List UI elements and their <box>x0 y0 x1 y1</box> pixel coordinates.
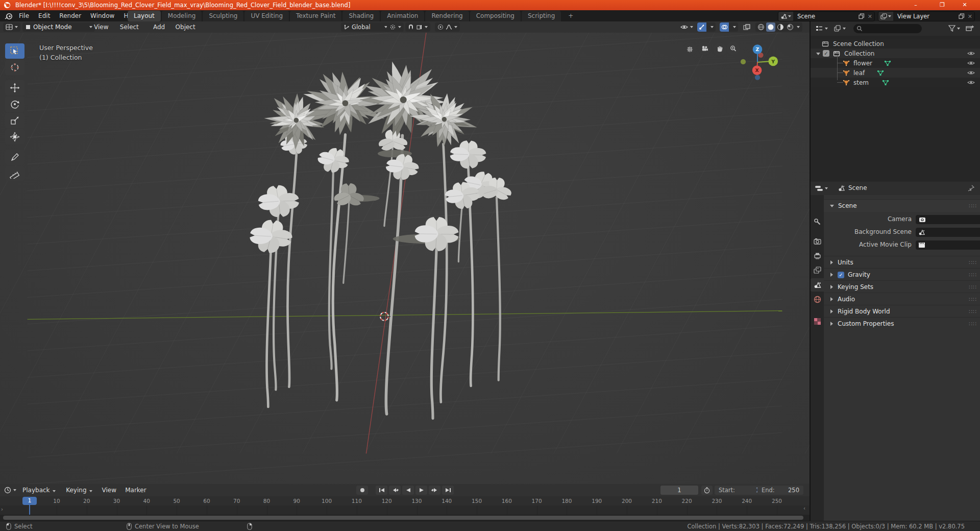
scrollbar-handle[interactable] <box>3 516 803 520</box>
gizmo-icon[interactable] <box>697 22 706 32</box>
properties-tab-output[interactable] <box>811 249 824 262</box>
property-field[interactable] <box>916 240 980 250</box>
tool-select-box[interactable] <box>5 43 24 59</box>
outliner-row-scene-collection[interactable]: Scene Collection <box>811 39 980 49</box>
properties-tab-texture[interactable] <box>811 315 824 328</box>
collapse-arrow-icon[interactable] <box>830 205 834 207</box>
panel-gravity[interactable]: ✓Gravity∷∷ <box>824 268 980 281</box>
xray-toggle-icon[interactable] <box>743 24 750 30</box>
outliner-search[interactable] <box>853 24 922 33</box>
drag-dots-icon[interactable]: ∷∷ <box>969 203 977 209</box>
auto-keyframe-toggle[interactable] <box>701 486 713 495</box>
shading-rendered-icon[interactable] <box>786 22 795 32</box>
chevron-down-icon[interactable] <box>825 187 828 189</box>
expand-arrow-icon[interactable] <box>830 273 833 277</box>
minimize-button[interactable]: – <box>904 0 927 10</box>
tool-scale[interactable] <box>5 113 24 128</box>
tool-move[interactable] <box>5 80 24 95</box>
display-filter-icon[interactable] <box>834 25 841 32</box>
menu-file[interactable]: File <box>14 10 34 21</box>
expand-arrow-icon[interactable] <box>830 260 833 264</box>
panel-keying-sets[interactable]: Keying Sets∷∷ <box>824 280 980 293</box>
play-button[interactable] <box>415 486 427 495</box>
timeline-editor-icon[interactable] <box>4 487 12 494</box>
shading-material-icon[interactable] <box>776 22 785 32</box>
tab-uv-editing[interactable]: UV Editing <box>244 11 289 21</box>
property-field[interactable] <box>916 228 980 237</box>
proportional-edit-group[interactable] <box>435 22 460 32</box>
properties-tab-scene[interactable] <box>811 278 824 292</box>
restore-button[interactable]: ❐ <box>931 0 953 10</box>
drag-dots-icon[interactable]: ∷∷ <box>969 259 977 266</box>
tab-layout[interactable]: Layout <box>128 11 161 21</box>
drag-dots-icon[interactable]: ∷∷ <box>969 308 977 315</box>
viewport-menu-select[interactable]: Select <box>120 21 139 33</box>
panel-custom-properties[interactable]: Custom Properties∷∷ <box>824 317 980 330</box>
viewport-canvas[interactable]: ZYX <box>0 33 810 484</box>
snapping-group[interactable] <box>405 22 430 32</box>
menu-window[interactable]: Window <box>86 10 119 21</box>
pan-hand-button[interactable] <box>713 43 726 56</box>
properties-editor-icon[interactable] <box>815 185 824 192</box>
expand-left-icon[interactable]: › <box>1 506 3 512</box>
remove-view-layer-icon[interactable]: ✕ <box>968 13 972 20</box>
visibility-toggles[interactable] <box>678 22 696 32</box>
close-button[interactable]: ✕ <box>953 0 976 10</box>
panel-audio[interactable]: Audio∷∷ <box>824 293 980 305</box>
drag-dots-icon[interactable]: ∷∷ <box>969 284 977 291</box>
eye-icon[interactable] <box>967 51 975 56</box>
axis-gizmo[interactable]: ZYX <box>741 44 778 80</box>
tab-scripting[interactable]: Scripting <box>522 11 561 21</box>
playhead[interactable]: 1 <box>22 497 37 505</box>
tool-measure[interactable] <box>5 166 24 181</box>
unlink-scene-icon[interactable]: ✕ <box>868 13 872 20</box>
chevron-down-icon[interactable] <box>797 26 800 28</box>
tab-compositing[interactable]: Compositing <box>470 11 521 21</box>
menu-render[interactable]: Render <box>55 10 86 21</box>
tool-rotate[interactable] <box>5 96 24 112</box>
frame-end-field[interactable]: End: 250 <box>757 486 803 495</box>
timeline-scrollbar[interactable] <box>0 515 810 521</box>
viewport-menu-object[interactable]: Object <box>176 21 195 33</box>
scene-name-field[interactable]: Scene <box>793 12 856 21</box>
play-reverse-button[interactable] <box>402 486 414 495</box>
add-workspace-button[interactable]: + <box>562 11 579 21</box>
tab-sculpting[interactable]: Sculpting <box>203 11 243 21</box>
overlays-toggle[interactable] <box>720 22 738 32</box>
editor-type-button[interactable] <box>3 22 20 32</box>
record-button[interactable] <box>356 486 368 495</box>
timeline-menu-marker[interactable]: Marker <box>125 485 146 496</box>
panel-units[interactable]: Units∷∷ <box>824 256 980 269</box>
expand-arrow-icon[interactable] <box>830 285 833 289</box>
tab-rendering[interactable]: Rendering <box>425 11 469 21</box>
drag-dots-icon[interactable]: ∷∷ <box>969 321 977 327</box>
outliner-row-flower[interactable]: flower <box>811 58 980 68</box>
duplicate-scene-icon[interactable] <box>859 13 865 19</box>
drag-dots-icon[interactable]: ∷∷ <box>969 272 977 278</box>
panel-scene[interactable]: Scene∷∷ <box>824 199 980 212</box>
overlays-icon[interactable] <box>720 22 729 32</box>
timeline-menu-view[interactable]: View <box>102 485 116 496</box>
viewport-3d[interactable]: Object Mode ViewSelectAddObject Global <box>0 21 810 484</box>
expand-arrow-icon[interactable] <box>830 309 833 313</box>
timeline-ruler[interactable]: 1102030405060708090100110120130140150160… <box>0 496 810 505</box>
jump-to-end-button[interactable] <box>442 486 454 495</box>
collapse-right-icon[interactable]: ‹ <box>803 505 805 511</box>
view-layer-name-field[interactable]: View Layer <box>893 12 957 21</box>
next-keyframe-button[interactable] <box>429 486 440 495</box>
new-collection-icon[interactable] <box>966 25 974 32</box>
chevron-down-icon[interactable] <box>710 26 714 28</box>
tab-animation[interactable]: Animation <box>381 11 424 21</box>
mode-selector[interactable]: Object Mode <box>22 22 95 32</box>
timeline-track[interactable] <box>0 505 810 515</box>
panel-rigid-body-world[interactable]: Rigid Body World∷∷ <box>824 305 980 318</box>
pin-icon[interactable] <box>968 185 974 191</box>
tool-annotate[interactable] <box>5 150 24 165</box>
zoom-magnifier-button[interactable] <box>726 42 740 55</box>
chevron-down-icon[interactable] <box>825 28 828 30</box>
filter-funnel-icon[interactable] <box>948 25 955 32</box>
current-frame-field[interactable]: 1 <box>660 486 698 495</box>
expand-arrow-icon[interactable] <box>830 322 833 326</box>
collection-checkbox[interactable]: ✓ <box>823 50 829 57</box>
expand-arrow-icon[interactable] <box>816 53 820 55</box>
